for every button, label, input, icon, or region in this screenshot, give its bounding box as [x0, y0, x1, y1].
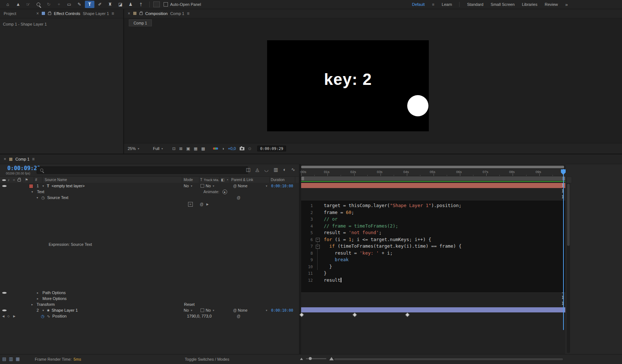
code-line[interactable]: 3// or — [301, 216, 565, 223]
stopwatch-icon[interactable]: ◷ — [41, 313, 45, 319]
workspace-default[interactable]: Default — [412, 2, 425, 7]
hand-tool-icon[interactable]: ☞ — [23, 1, 33, 8]
timeline-graph[interactable]: :00s01s02s03s04s05s06s07s08s09s 1target … — [301, 164, 565, 354]
lock-icon[interactable] — [139, 12, 143, 15]
keyframe-diamond[interactable] — [352, 312, 357, 317]
roto-brush-tool-icon[interactable]: ♟ — [126, 1, 135, 8]
layer-2-duration-bar[interactable] — [301, 307, 565, 312]
workspace-menu-icon[interactable]: ≡ — [432, 2, 434, 7]
twirl-open-icon[interactable]: ▾ — [31, 189, 33, 195]
workspace-review[interactable]: Review — [545, 2, 558, 7]
panel-menu-icon[interactable]: ≡ — [112, 11, 114, 16]
zoom-in-mountain-icon[interactable] — [329, 357, 334, 360]
show-snapshot-icon[interactable]: ⊙ — [248, 147, 251, 151]
puppet-pin-tool-icon[interactable]: † — [136, 1, 146, 8]
code-line[interactable]: 11} — [301, 270, 565, 277]
duration-value[interactable]: 0:00:10:00 — [271, 183, 293, 189]
label-column-icon[interactable]: ⚑ — [25, 177, 28, 183]
path-options-row[interactable]: ▸ Path Options — [0, 290, 299, 296]
graph-toggle-icon[interactable]: ∿ — [47, 313, 50, 319]
current-timecode[interactable]: 0:00:09:29 — [7, 165, 40, 172]
current-time-indicator-line[interactable] — [563, 169, 564, 330]
text-group-row[interactable]: ▾ Text Animate: ▶ — [0, 189, 299, 195]
mode-column-header[interactable]: Mode — [184, 177, 193, 183]
clone-stamp-tool-icon[interactable]: ♜ — [105, 1, 115, 8]
close-panel-icon[interactable]: × — [128, 11, 130, 16]
workspace-small-screen[interactable]: Small Screen — [491, 2, 514, 7]
tab-project[interactable]: Project — [4, 11, 16, 16]
comp-nav-tab[interactable]: Comp 1 — [129, 19, 152, 26]
type-tool-icon[interactable]: T — [85, 1, 94, 8]
text-group-label[interactable]: Text — [37, 189, 44, 195]
magnification-select[interactable]: 25%▼ — [128, 145, 140, 152]
zoom-slider-handle[interactable] — [309, 357, 312, 360]
duration-column-header[interactable]: Duration — [271, 177, 285, 183]
visibility-icon[interactable] — [2, 290, 7, 295]
comp-viewer[interactable]: key: 2 — [124, 26, 622, 143]
lock-column-icon[interactable] — [18, 179, 21, 181]
expression-pickwhip-icon[interactable]: @ — [200, 201, 203, 207]
parent-pickwhip-icon[interactable]: @ — [233, 307, 237, 313]
video-column-icon[interactable] — [2, 178, 6, 181]
parent-select[interactable]: None▼ — [238, 183, 268, 189]
workspace-learn[interactable]: Learn — [442, 2, 452, 7]
transparency-grid-icon[interactable]: ⊠ — [179, 147, 183, 151]
workspace-standard[interactable]: Standard — [467, 2, 483, 7]
timeline-vertical-scrollbar[interactable] — [567, 183, 570, 353]
orbit-camera-tool-icon[interactable]: ↻ — [44, 1, 53, 8]
property-pickwhip-icon[interactable]: @ — [237, 195, 240, 200]
transform-row[interactable]: ▸ Transform Reset — [0, 301, 299, 307]
auto-open-panel-option[interactable]: Auto-Open Panel — [164, 2, 201, 7]
scrollbar-thumb[interactable] — [334, 358, 563, 360]
expression-editor[interactable]: 1target = thisComp.layer("Shape Layer 1"… — [301, 200, 565, 293]
next-keyframe-icon[interactable]: ▶ — [13, 313, 15, 319]
switches-column-icon[interactable]: ◧ — [221, 177, 224, 183]
composition-canvas[interactable]: key: 2 — [267, 40, 429, 131]
exposure-value[interactable]: +0,0 — [228, 146, 236, 151]
scrollbar-thumb[interactable] — [567, 184, 570, 246]
zoom-slider[interactable] — [306, 358, 326, 359]
close-panel-icon[interactable]: × — [36, 11, 39, 16]
pan-behind-tool-icon[interactable]: + — [54, 1, 64, 8]
tool-options-icon[interactable] — [153, 1, 160, 7]
more-options-row[interactable]: ▸ More Options — [0, 296, 299, 301]
motion-blur-icon[interactable]: ◐ — [283, 167, 286, 172]
panel-menu-icon[interactable]: ≡ — [32, 157, 35, 162]
previous-keyframe-icon[interactable]: ◀ — [2, 313, 4, 319]
zoom-tool-icon[interactable] — [34, 1, 43, 8]
source-text-label[interactable]: Source Text — [47, 195, 68, 200]
selection-tool-icon[interactable]: ► — [13, 1, 23, 8]
label-color-chip[interactable] — [29, 184, 33, 188]
expression-language-icon[interactable]: ▶ — [206, 201, 209, 207]
reset-button[interactable]: Reset — [184, 301, 195, 307]
expand-in-out-icon[interactable]: ▦ — [16, 357, 20, 361]
parent-pickwhip-icon[interactable]: @ — [233, 183, 237, 189]
workspace-overflow-icon[interactable]: » — [565, 2, 568, 7]
comp-timecode[interactable]: 0:00:09:29 — [257, 146, 286, 151]
time-navigator-thumb[interactable] — [301, 166, 564, 168]
timeline-horizontal-scrollbar[interactable] — [334, 358, 563, 361]
position-row[interactable]: ◀ ◇ ▶ ◷ ∿ Position 1790,0, 773,0 @ — [0, 313, 299, 319]
layer-row-1[interactable]: 1 ▾ T <empty text layer> No▼ No▼ @ None▼… — [0, 183, 299, 189]
comp-mini-flowchart-icon[interactable]: ◫ — [246, 167, 250, 172]
expression-row[interactable]: = @ ▶ Expression: Source Text — [0, 200, 299, 289]
work-area-bar[interactable] — [301, 176, 565, 181]
twirl-open-icon[interactable]: ▾ — [42, 307, 44, 313]
animate-button[interactable]: ▶ — [222, 189, 227, 194]
exposure-icon[interactable]: ◑ — [222, 147, 224, 151]
code-fold-icon[interactable]: − — [316, 238, 320, 242]
code-line[interactable]: 9 break — [301, 256, 565, 263]
guides-icon[interactable]: ▩ — [201, 147, 205, 151]
toggle-switches-modes-button[interactable]: Toggle Switches / Modes — [185, 357, 229, 361]
code-line[interactable]: 8 result = 'key: ' + i; — [301, 250, 565, 257]
panel-menu-icon[interactable]: ≡ — [187, 11, 190, 16]
layer-row-2[interactable]: 2 ▾ ★ Shape Layer 1 No▼ No▼ @ None▼ 0:00… — [0, 307, 299, 313]
visibility-icon[interactable] — [2, 184, 7, 188]
add-keyframe-icon[interactable]: ◇ — [7, 313, 10, 319]
source-name-column-header[interactable]: Source Name — [45, 177, 67, 183]
source-text-row[interactable]: ▾ ◷ Source Text @ — [0, 195, 299, 200]
expand-layer-switches-icon[interactable]: ▤ — [2, 357, 6, 361]
timeline-zoom-control[interactable] — [300, 357, 334, 360]
pen-tool-icon[interactable]: ✎ — [75, 1, 84, 8]
solo-column-icon[interactable]: ○ — [13, 177, 15, 183]
